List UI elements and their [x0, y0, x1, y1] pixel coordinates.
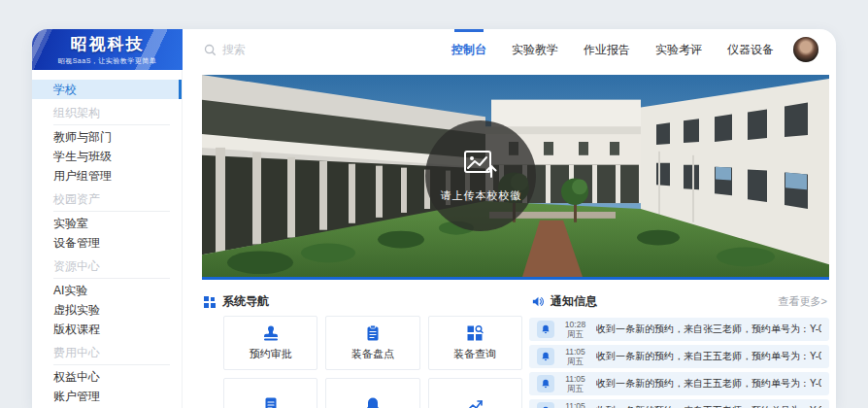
- tab-console[interactable]: 控制台: [451, 29, 486, 70]
- document-icon: [262, 396, 280, 408]
- user-avatar[interactable]: [793, 37, 818, 62]
- system-nav-cards: 预约审批 装备盘点: [202, 316, 522, 370]
- bell-badge: [537, 348, 554, 365]
- card-label: 装备盘点: [351, 347, 394, 361]
- card-reservation-approval[interactable]: 预约审批: [223, 316, 317, 370]
- notification-item[interactable]: 11:05周五 收到一条新的预约，来自王五老师，预约单号为：Y-0056，请尽快…: [529, 399, 829, 408]
- view-more-link[interactable]: 查看更多>: [779, 294, 827, 309]
- stamp-icon: [262, 324, 280, 342]
- sidebar-item-teachers-depts[interactable]: 教师与部门: [32, 127, 182, 147]
- brand-logo[interactable]: 昭视科技 昭视SaaS，让实验教学更简单: [32, 29, 183, 70]
- notification-list: 10:28周五 收到一条新的预约，来自张三老师，预约单号为：Y-0044，请尽快…: [529, 316, 829, 408]
- bell-icon: [541, 379, 551, 389]
- sidebar-section-resource-center: 资源中心: [53, 257, 170, 279]
- grid-icon: [204, 296, 216, 308]
- notification-item[interactable]: 10:28周五 收到一条新的预约，来自张三老师，预约单号为：Y-0044，请尽快…: [529, 318, 829, 341]
- notification-time: 11:05周五: [562, 347, 588, 366]
- sidebar-item-equipment-mgmt[interactable]: 设备管理: [32, 233, 182, 253]
- notification-time: 11:05周五: [562, 374, 588, 393]
- card-label: 预约审批: [250, 347, 292, 361]
- bell-badge: [537, 402, 554, 408]
- upload-school-badge-label: 请上传本校校徽: [440, 188, 521, 203]
- card-equipment-search[interactable]: 装备查询: [428, 316, 522, 370]
- search-input[interactable]: 搜索: [204, 29, 246, 70]
- bell-icon: [541, 324, 551, 334]
- bell-icon: [541, 352, 551, 361]
- bell-icon: [364, 396, 382, 408]
- body-row: 学校 组织架构 教师与部门 学生与班级 用户组管理 校园资产 实验室 设备管理 …: [32, 70, 836, 408]
- upload-image-icon: [463, 150, 498, 180]
- search-placeholder: 搜索: [222, 42, 246, 58]
- card-row2-1[interactable]: [223, 378, 317, 408]
- sidebar-item-benefits-center[interactable]: 权益中心: [32, 367, 182, 387]
- tab-homework-reports[interactable]: 作业报告: [584, 29, 630, 70]
- tab-experiment-teaching[interactable]: 实验教学: [512, 29, 558, 70]
- upload-school-badge-button[interactable]: 请上传本校校徽: [425, 120, 536, 231]
- clipboard-icon: [364, 324, 382, 342]
- notification-text: 收到一条新的预约，来自张三老师，预约单号为：Y-0044，请尽快处理。: [596, 323, 821, 336]
- main-content: 请上传本校校徽 系统导航: [183, 70, 836, 408]
- speaker-icon: [531, 295, 544, 308]
- header: 搜索 控制台 实验教学 作业报告 实验考评 仪器设备: [183, 29, 836, 70]
- sidebar: 学校 组织架构 教师与部门 学生与班级 用户组管理 校园资产 实验室 设备管理 …: [32, 70, 183, 408]
- sidebar-item-students-classes[interactable]: 学生与班级: [32, 147, 182, 166]
- card-equipment-inventory[interactable]: 装备盘点: [325, 316, 419, 370]
- sidebar-item-user-groups[interactable]: 用户组管理: [32, 166, 182, 186]
- sidebar-item-school[interactable]: 学校: [32, 80, 182, 99]
- notification-time: 11:05周五: [562, 401, 588, 408]
- tab-experiment-assessment[interactable]: 实验考评: [655, 29, 702, 70]
- brand-title: 昭视科技: [71, 33, 145, 55]
- notification-time: 10:28周五: [562, 320, 588, 339]
- bell-badge: [537, 321, 554, 338]
- system-nav-header: 系统导航: [202, 286, 522, 316]
- trend-icon: [466, 396, 484, 408]
- notifications-header: 通知信息 查看更多>: [529, 286, 829, 316]
- notification-item[interactable]: 11:05周五 收到一条新的预约，来自王五老师，预约单号为：Y-0056，请尽快…: [529, 345, 829, 368]
- card-label: 装备查询: [453, 347, 496, 361]
- sidebar-item-account-mgmt[interactable]: 账户管理: [32, 387, 182, 406]
- system-nav-cards-row2: [202, 378, 522, 408]
- notifications-title: 通知信息: [551, 293, 597, 310]
- bottom-panels: 系统导航 预约审批: [202, 286, 829, 408]
- grid-search-icon: [466, 324, 484, 342]
- system-nav-title: 系统导航: [222, 293, 269, 310]
- header-spacer: [246, 29, 451, 70]
- notification-text: 收到一条新的预约，来自王五老师，预约单号为：Y-0056，请尽快处理。: [596, 350, 821, 363]
- sidebar-section-organization: 组织架构: [53, 104, 170, 125]
- top-bar: 昭视科技 昭视SaaS，让实验教学更简单 搜索 控制台 实验教学 作业报告 实验…: [32, 29, 836, 70]
- search-icon: [204, 44, 217, 56]
- sidebar-item-virtual-experiments[interactable]: 虚拟实验: [32, 300, 182, 320]
- sidebar-item-licensed-courses[interactable]: 版权课程: [32, 320, 182, 339]
- sidebar-section-billing-center: 费用中心: [53, 344, 170, 365]
- brand-subtitle: 昭视SaaS，让实验教学更简单: [58, 56, 157, 66]
- notifications-panel: 通知信息 查看更多> 10:28周五: [529, 286, 829, 408]
- app-window: 昭视科技 昭视SaaS，让实验教学更简单 搜索 控制台 实验教学 作业报告 实验…: [32, 29, 836, 408]
- nav-tabs: 控制台 实验教学 作业报告 实验考评 仪器设备: [451, 29, 774, 70]
- campus-banner: 请上传本校校徽: [202, 75, 829, 280]
- sidebar-item-labs[interactable]: 实验室: [32, 214, 182, 233]
- sidebar-section-campus-assets: 校园资产: [53, 190, 170, 212]
- tab-instruments[interactable]: 仪器设备: [727, 29, 774, 70]
- notification-text: 收到一条新的预约，来自王五老师，预约单号为：Y-0056，请尽快处理。: [596, 404, 821, 408]
- card-row2-3[interactable]: [428, 378, 522, 408]
- bell-badge: [537, 375, 554, 392]
- card-row2-2[interactable]: [325, 378, 419, 408]
- notification-item[interactable]: 11:05周五 收到一条新的预约，来自王五老师，预约单号为：Y-0056，请尽快…: [529, 372, 829, 395]
- system-nav-panel: 系统导航 预约审批: [202, 286, 522, 408]
- sidebar-item-ai-experiments[interactable]: AI实验: [32, 281, 182, 300]
- notification-text: 收到一条新的预约，来自王五老师，预约单号为：Y-0056，请尽快处理。: [596, 377, 821, 391]
